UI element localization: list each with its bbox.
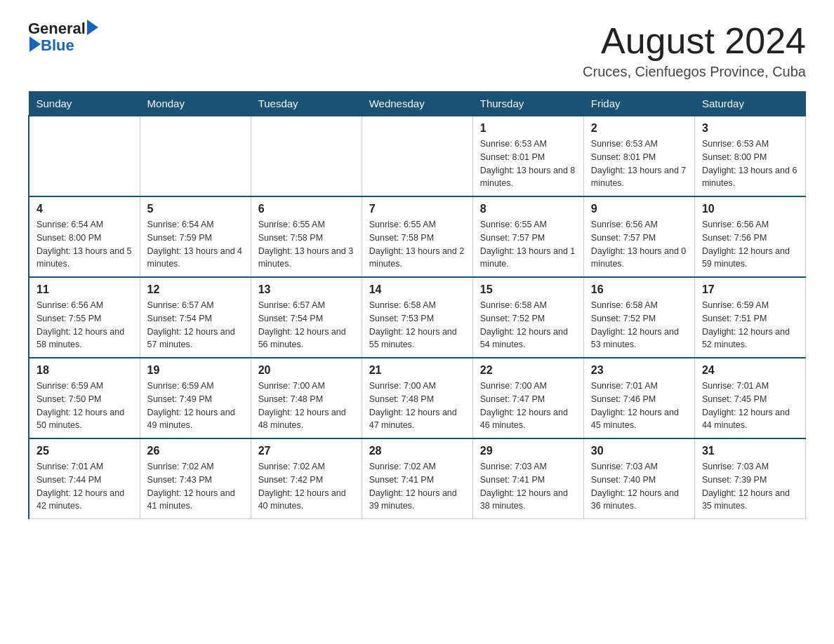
day-info: Sunrise: 7:02 AMSunset: 7:42 PMDaylight:…: [258, 460, 355, 513]
day-cell: 19Sunrise: 6:59 AMSunset: 7:49 PMDayligh…: [140, 358, 251, 438]
day-number: 20: [258, 364, 355, 377]
day-info: Sunrise: 7:03 AMSunset: 7:40 PMDaylight:…: [591, 460, 687, 513]
day-number: 8: [480, 203, 576, 215]
day-cell: 18Sunrise: 6:59 AMSunset: 7:50 PMDayligh…: [29, 358, 140, 438]
day-number: 12: [147, 283, 244, 296]
day-cell: 22Sunrise: 7:00 AMSunset: 7:47 PMDayligh…: [472, 358, 583, 438]
day-cell: 28Sunrise: 7:02 AMSunset: 7:41 PMDayligh…: [362, 438, 472, 519]
day-cell: 25Sunrise: 7:01 AMSunset: 7:44 PMDayligh…: [29, 438, 140, 519]
day-info: Sunrise: 6:53 AMSunset: 8:01 PMDaylight:…: [591, 137, 687, 190]
day-info: Sunrise: 6:53 AMSunset: 8:00 PMDaylight:…: [702, 137, 798, 190]
day-number: 25: [37, 445, 133, 457]
day-number: 10: [702, 203, 798, 215]
day-cell: 15Sunrise: 6:58 AMSunset: 7:52 PMDayligh…: [472, 277, 583, 358]
logo-blue: Blue: [41, 38, 74, 53]
day-cell: 27Sunrise: 7:02 AMSunset: 7:42 PMDayligh…: [251, 438, 362, 519]
day-cell: [362, 116, 472, 196]
day-cell: 5Sunrise: 6:54 AMSunset: 7:59 PMDaylight…: [140, 196, 251, 277]
day-number: 29: [480, 445, 576, 457]
col-header-wednesday: Wednesday: [362, 92, 472, 116]
day-info: Sunrise: 6:57 AMSunset: 7:54 PMDaylight:…: [258, 299, 355, 351]
day-info: Sunrise: 6:54 AMSunset: 8:00 PMDaylight:…: [37, 218, 133, 271]
day-number: 2: [591, 122, 687, 135]
day-info: Sunrise: 7:01 AMSunset: 7:44 PMDaylight:…: [37, 460, 133, 513]
title-block: August 2024 Cruces, Cienfuegos Province,…: [583, 21, 806, 80]
day-cell: [140, 116, 251, 196]
day-cell: 12Sunrise: 6:57 AMSunset: 7:54 PMDayligh…: [140, 277, 251, 358]
day-number: 23: [591, 364, 687, 377]
day-number: 1: [480, 122, 576, 135]
day-cell: 7Sunrise: 6:55 AMSunset: 7:58 PMDaylight…: [362, 196, 472, 277]
day-info: Sunrise: 6:55 AMSunset: 7:57 PMDaylight:…: [480, 218, 576, 271]
day-cell: 13Sunrise: 6:57 AMSunset: 7:54 PMDayligh…: [251, 277, 362, 358]
day-info: Sunrise: 7:00 AMSunset: 7:48 PMDaylight:…: [369, 380, 465, 432]
day-cell: 29Sunrise: 7:03 AMSunset: 7:41 PMDayligh…: [472, 438, 583, 519]
day-info: Sunrise: 6:58 AMSunset: 7:52 PMDaylight:…: [480, 299, 576, 351]
day-info: Sunrise: 7:00 AMSunset: 7:48 PMDaylight:…: [258, 380, 355, 432]
week-row-1: 1Sunrise: 6:53 AMSunset: 8:01 PMDaylight…: [29, 116, 806, 196]
day-number: 6: [258, 203, 355, 215]
col-header-friday: Friday: [583, 92, 694, 116]
day-info: Sunrise: 6:56 AMSunset: 7:55 PMDaylight:…: [37, 299, 133, 351]
col-header-saturday: Saturday: [694, 92, 805, 116]
logo-arrow-icon: [87, 20, 98, 35]
day-info: Sunrise: 6:59 AMSunset: 7:50 PMDaylight:…: [37, 380, 133, 432]
day-info: Sunrise: 7:00 AMSunset: 7:47 PMDaylight:…: [480, 380, 576, 432]
day-info: Sunrise: 7:01 AMSunset: 7:46 PMDaylight:…: [591, 380, 687, 432]
week-row-4: 18Sunrise: 6:59 AMSunset: 7:50 PMDayligh…: [29, 358, 806, 438]
day-number: 4: [37, 203, 133, 215]
location-subtitle: Cruces, Cienfuegos Province, Cuba: [583, 64, 806, 80]
col-header-monday: Monday: [140, 92, 251, 116]
header-row: SundayMondayTuesdayWednesdayThursdayFrid…: [29, 92, 806, 116]
day-number: 7: [369, 203, 465, 215]
day-info: Sunrise: 6:58 AMSunset: 7:53 PMDaylight:…: [369, 299, 465, 351]
day-info: Sunrise: 7:02 AMSunset: 7:43 PMDaylight:…: [147, 460, 244, 513]
day-cell: 31Sunrise: 7:03 AMSunset: 7:39 PMDayligh…: [694, 438, 805, 519]
day-cell: 3Sunrise: 6:53 AMSunset: 8:00 PMDaylight…: [694, 116, 805, 196]
day-info: Sunrise: 6:55 AMSunset: 7:58 PMDaylight:…: [258, 218, 355, 271]
day-number: 21: [369, 364, 465, 377]
day-info: Sunrise: 7:03 AMSunset: 7:41 PMDaylight:…: [480, 460, 576, 513]
week-row-5: 25Sunrise: 7:01 AMSunset: 7:44 PMDayligh…: [29, 438, 806, 519]
day-info: Sunrise: 6:59 AMSunset: 7:51 PMDaylight:…: [702, 299, 798, 351]
day-number: 18: [37, 364, 133, 377]
day-number: 16: [591, 283, 687, 296]
day-number: 31: [702, 445, 798, 457]
day-number: 3: [702, 122, 798, 135]
day-number: 5: [147, 203, 244, 215]
day-cell: 1Sunrise: 6:53 AMSunset: 8:01 PMDaylight…: [472, 116, 583, 196]
day-cell: 9Sunrise: 6:56 AMSunset: 7:57 PMDaylight…: [583, 196, 694, 277]
day-cell: 30Sunrise: 7:03 AMSunset: 7:40 PMDayligh…: [583, 438, 694, 519]
day-info: Sunrise: 6:57 AMSunset: 7:54 PMDaylight:…: [147, 299, 244, 351]
day-cell: 24Sunrise: 7:01 AMSunset: 7:45 PMDayligh…: [694, 358, 805, 438]
col-header-tuesday: Tuesday: [251, 92, 362, 116]
day-number: 28: [369, 445, 465, 457]
day-cell: 20Sunrise: 7:00 AMSunset: 7:48 PMDayligh…: [251, 358, 362, 438]
day-cell: 26Sunrise: 7:02 AMSunset: 7:43 PMDayligh…: [140, 438, 251, 519]
day-number: 24: [702, 364, 798, 377]
week-row-3: 11Sunrise: 6:56 AMSunset: 7:55 PMDayligh…: [29, 277, 806, 358]
day-info: Sunrise: 6:54 AMSunset: 7:59 PMDaylight:…: [147, 218, 244, 271]
day-number: 22: [480, 364, 576, 377]
day-cell: 17Sunrise: 6:59 AMSunset: 7:51 PMDayligh…: [694, 277, 805, 358]
day-info: Sunrise: 7:02 AMSunset: 7:41 PMDaylight:…: [369, 460, 465, 513]
day-info: Sunrise: 7:01 AMSunset: 7:45 PMDaylight:…: [702, 380, 798, 432]
day-info: Sunrise: 6:55 AMSunset: 7:58 PMDaylight:…: [369, 218, 465, 271]
day-number: 11: [37, 283, 133, 296]
day-cell: 8Sunrise: 6:55 AMSunset: 7:57 PMDaylight…: [472, 196, 583, 277]
day-info: Sunrise: 6:59 AMSunset: 7:49 PMDaylight:…: [147, 380, 244, 432]
day-cell: [29, 116, 140, 196]
day-number: 19: [147, 364, 244, 377]
logo-general: General: [28, 21, 86, 36]
logo-arrow-icon2: [29, 36, 41, 52]
day-cell: 10Sunrise: 6:56 AMSunset: 7:56 PMDayligh…: [694, 196, 805, 277]
day-cell: 11Sunrise: 6:56 AMSunset: 7:55 PMDayligh…: [29, 277, 140, 358]
day-number: 27: [258, 445, 355, 457]
day-number: 26: [147, 445, 244, 457]
calendar-table: SundayMondayTuesdayWednesdayThursdayFrid…: [28, 91, 806, 519]
day-cell: 16Sunrise: 6:58 AMSunset: 7:52 PMDayligh…: [583, 277, 694, 358]
week-row-2: 4Sunrise: 6:54 AMSunset: 8:00 PMDaylight…: [29, 196, 806, 277]
day-number: 13: [258, 283, 355, 296]
day-number: 17: [702, 283, 798, 296]
page-header: General Blue August 2024 Cruces, Cienfue…: [28, 21, 806, 80]
